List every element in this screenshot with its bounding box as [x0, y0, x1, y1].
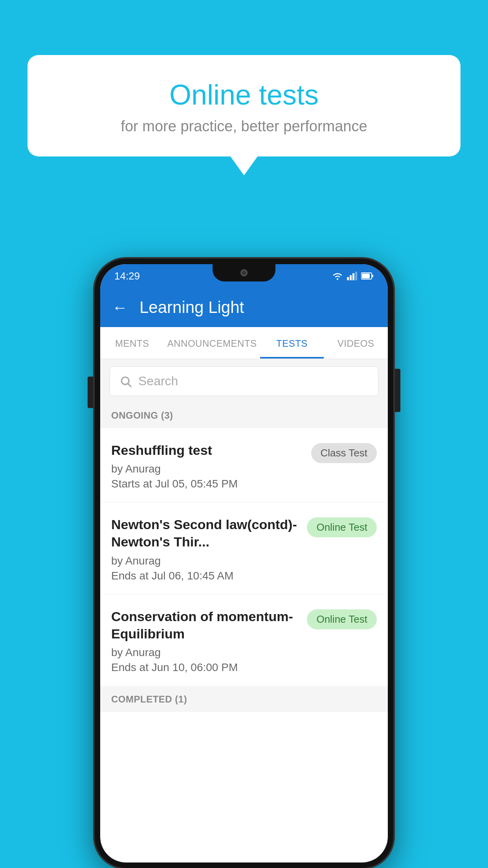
search-input[interactable]: Search [138, 374, 178, 388]
test-badge-online: Online Test [307, 517, 377, 537]
test-item[interactable]: Newton's Second law(contd)-Newton's Thir… [100, 502, 388, 594]
tab-videos[interactable]: VIDEOS [324, 327, 388, 359]
phone-notch [213, 264, 275, 281]
test-item-time: Ends at Jun 10, 06:00 PM [111, 661, 299, 674]
camera-icon [240, 269, 248, 276]
status-icons [332, 272, 374, 280]
speech-bubble: Online tests for more practice, better p… [28, 55, 460, 156]
tabs-container: MENTS ANNOUNCEMENTS TESTS VIDEOS [100, 327, 388, 359]
test-list: Reshuffling test by Anurag Starts at Jul… [100, 428, 388, 686]
status-bar: 14:29 [100, 264, 388, 288]
test-item-time: Ends at Jul 06, 10:45 AM [111, 570, 299, 582]
wifi-icon [332, 272, 343, 280]
tab-ments[interactable]: MENTS [100, 327, 164, 359]
test-item-left: Conservation of momentum-Equilibrium by … [111, 608, 307, 674]
test-badge-online: Online Test [307, 609, 377, 629]
phone-outer: 14:29 [95, 259, 393, 868]
signal-icon [347, 272, 357, 280]
test-item-name: Newton's Second law(contd)-Newton's Thir… [111, 516, 299, 550]
test-item-name: Conservation of momentum-Equilibrium [111, 608, 299, 642]
phone-mockup: 14:29 [95, 259, 393, 868]
test-item-left: Reshuffling test by Anurag Starts at Jul… [111, 441, 311, 490]
svg-rect-4 [355, 272, 357, 280]
test-item[interactable]: Reshuffling test by Anurag Starts at Jul… [100, 428, 388, 502]
tab-tests[interactable]: TESTS [260, 327, 324, 359]
phone-screen: 14:29 [100, 264, 388, 862]
svg-rect-1 [347, 277, 349, 280]
test-item-name: Reshuffling test [111, 441, 303, 459]
search-icon [119, 375, 132, 388]
test-item-time: Starts at Jul 05, 05:45 PM [111, 478, 303, 490]
search-container: Search [100, 359, 388, 403]
back-button[interactable]: ← [112, 299, 128, 316]
test-item[interactable]: Conservation of momentum-Equilibrium by … [100, 594, 388, 686]
test-item-author: by Anurag [111, 463, 303, 475]
test-item-left: Newton's Second law(contd)-Newton's Thir… [111, 516, 307, 582]
test-badge-class: Class Test [311, 443, 377, 463]
svg-rect-2 [350, 275, 352, 280]
tab-announcements[interactable]: ANNOUNCEMENTS [164, 327, 260, 359]
svg-rect-7 [362, 274, 370, 278]
battery-icon [361, 272, 374, 280]
svg-point-0 [337, 278, 338, 280]
status-time: 14:29 [114, 270, 140, 282]
svg-rect-3 [352, 273, 354, 280]
completed-section-header: COMPLETED (1) [100, 687, 388, 712]
svg-line-9 [128, 384, 131, 386]
svg-rect-6 [372, 275, 373, 277]
bubble-subtitle: for more practice, better performance [59, 118, 429, 135]
bubble-title: Online tests [59, 79, 429, 111]
ongoing-section-header: ONGOING (3) [100, 403, 388, 428]
test-item-author: by Anurag [111, 555, 299, 567]
search-input-wrapper[interactable]: Search [110, 366, 378, 396]
test-item-author: by Anurag [111, 646, 299, 659]
app-bar: ← Learning Light [100, 288, 388, 327]
app-bar-title: Learning Light [139, 298, 244, 317]
speech-bubble-section: Online tests for more practice, better p… [28, 55, 460, 156]
